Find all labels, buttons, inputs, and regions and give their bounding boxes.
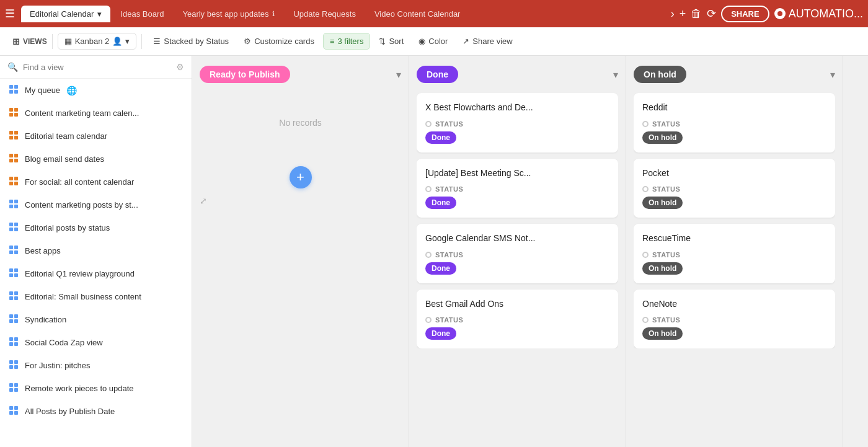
- svg-rect-37: [14, 291, 18, 295]
- svg-rect-20: [9, 200, 13, 203]
- sidebar-item-editorial-small[interactable]: Editorial: Small business content: [0, 285, 192, 308]
- kanban-column-on-hold: On hold▾RedditSTATUSOn holdPocketSTATUSO…: [626, 56, 843, 447]
- tab-editorial-calendar[interactable]: Editorial Calendar ▾: [21, 6, 110, 22]
- sort-button[interactable]: ⇅ Sort: [373, 33, 410, 49]
- tab-update-requests[interactable]: Update Requests: [285, 6, 364, 22]
- share-view-label: Share view: [472, 37, 512, 46]
- sidebar-item-label: Blog email send dates: [25, 154, 104, 164]
- sidebar-item-best-apps[interactable]: Best apps: [0, 239, 192, 262]
- search-input[interactable]: [23, 63, 171, 72]
- sidebar-item-all-posts[interactable]: All Posts by Publish Date: [0, 400, 192, 423]
- kanban-card[interactable]: X Best Flowcharts and De...STATUSDone: [417, 93, 618, 153]
- customize-label: Customize cards: [254, 37, 314, 46]
- more-tabs-icon[interactable]: ›: [671, 7, 675, 20]
- expand-icon[interactable]: ⤢: [200, 196, 401, 206]
- sidebar-item-for-justin[interactable]: For Justin: pitches: [0, 354, 192, 377]
- status-dot: [425, 317, 432, 323]
- kanban-card[interactable]: [Update] Best Meeting Sc...STATUSDone: [417, 159, 618, 218]
- stacked-by-status-button[interactable]: ☰ Stacked by Status: [147, 33, 235, 49]
- hamburger-icon[interactable]: ☰: [5, 7, 15, 20]
- svg-rect-18: [9, 182, 13, 185]
- sidebar-item-my-queue[interactable]: My queue🌐: [0, 79, 192, 102]
- svg-rect-31: [14, 250, 18, 254]
- status-badge: On hold: [642, 327, 683, 340]
- status-label: STATUS: [435, 251, 463, 259]
- kanban-card[interactable]: RescueTimeSTATUSOn hold: [634, 224, 835, 283]
- color-button[interactable]: ◉ Color: [412, 33, 454, 49]
- share-button[interactable]: SHARE: [721, 6, 769, 22]
- sidebar-item-icon: [9, 383, 19, 394]
- sidebar-item-content-marketing-team[interactable]: Content marketing team calen...: [0, 102, 192, 125]
- status-dot: [642, 317, 649, 323]
- sidebar-item-icon: [9, 291, 19, 303]
- views-label: VIEWS: [23, 37, 47, 46]
- svg-rect-48: [9, 360, 13, 364]
- sidebar-item-editorial-q1[interactable]: Editorial Q1 review playground: [0, 262, 192, 285]
- status-badge: Done: [425, 262, 456, 275]
- card-title: RescueTime: [642, 232, 826, 245]
- status-badge: On hold: [642, 197, 683, 209]
- card-status-row: STATUS: [425, 120, 609, 128]
- column-chevron-on-hold[interactable]: ▾: [830, 69, 835, 81]
- svg-rect-54: [9, 388, 13, 392]
- main-layout: 🔍 ⚙ My queue🌐 Content marketing team cal…: [0, 56, 868, 447]
- status-dot: [642, 186, 649, 192]
- sidebar-item-syndication[interactable]: Syndication: [0, 308, 192, 331]
- sidebar-item-label: Remote work pieces to update: [25, 384, 134, 393]
- history-icon[interactable]: ⟳: [707, 7, 716, 20]
- filters-label: 3 filters: [338, 37, 364, 46]
- svg-rect-10: [9, 136, 13, 139]
- sidebar-item-label: Best apps: [25, 246, 61, 255]
- settings-icon[interactable]: ⚙: [176, 62, 184, 72]
- svg-rect-40: [9, 314, 13, 318]
- add-tab-icon[interactable]: +: [680, 7, 686, 20]
- svg-rect-1: [14, 85, 18, 89]
- kanban-card[interactable]: PocketSTATUSOn hold: [634, 159, 835, 218]
- add-card-button[interactable]: +: [290, 166, 312, 188]
- sidebar-item-label: Editorial Q1 review playground: [25, 269, 135, 278]
- column-chevron-done[interactable]: ▾: [613, 69, 618, 81]
- sidebar-item-social-coda[interactable]: Social Coda Zap view: [0, 331, 192, 354]
- column-label-done[interactable]: Done: [417, 66, 458, 83]
- svg-rect-36: [9, 291, 13, 295]
- column-label-ready-to-publish[interactable]: Ready to Publish: [200, 66, 290, 83]
- svg-rect-56: [9, 406, 13, 410]
- automation-button[interactable]: AUTOMATIO...: [774, 7, 863, 20]
- svg-rect-29: [14, 246, 18, 249]
- sidebar-item-label: Editorial: Small business content: [25, 292, 141, 301]
- column-chevron-ready-to-publish[interactable]: ▾: [396, 69, 401, 81]
- kanban-view-button[interactable]: ▦ Kanban 2 👤 ▾: [58, 33, 137, 50]
- tab-ideas-board[interactable]: Ideas Board: [112, 6, 172, 22]
- share-view-button[interactable]: ↗ Share view: [456, 33, 518, 49]
- sidebar-item-editorial-posts[interactable]: Editorial posts by status: [0, 216, 192, 239]
- status-label: STATUS: [652, 316, 680, 324]
- kanban-card[interactable]: RedditSTATUSOn hold: [634, 93, 835, 153]
- svg-rect-2: [9, 90, 13, 94]
- delete-icon[interactable]: 🗑: [691, 7, 702, 20]
- color-icon: ◉: [418, 37, 425, 46]
- tab-video-content[interactable]: Video Content Calendar: [366, 6, 469, 22]
- svg-rect-7: [14, 113, 18, 117]
- share-view-icon: ↗: [463, 37, 469, 46]
- column-label-on-hold[interactable]: On hold: [634, 66, 686, 83]
- card-status-row: STATUS: [425, 251, 609, 259]
- svg-rect-12: [9, 154, 13, 157]
- sidebar-item-blog-email[interactable]: Blog email send dates: [0, 148, 192, 170]
- kanban-card[interactable]: OneNoteSTATUSOn hold: [634, 290, 835, 349]
- filters-button[interactable]: ≡ 3 filters: [323, 33, 371, 50]
- info-icon: ℹ: [272, 10, 275, 18]
- sidebar-item-icon: [9, 360, 19, 371]
- card-status-row: STATUS: [642, 120, 826, 128]
- sidebar-item-for-social[interactable]: For social: all content calendar: [0, 170, 192, 193]
- kanban-column-done: Done▾X Best Flowcharts and De...STATUSDo…: [409, 56, 626, 447]
- customize-cards-button[interactable]: ⚙ Customize cards: [237, 33, 321, 49]
- tab-yearly-best[interactable]: Yearly best app updates ℹ: [174, 6, 283, 22]
- sidebar-item-content-marketing-posts[interactable]: Content marketing posts by st...: [0, 193, 192, 216]
- sidebar-item-editorial-team[interactable]: Editorial team calendar: [0, 125, 192, 148]
- kanban-card[interactable]: Google Calendar SMS Not...STATUSDone: [417, 224, 618, 283]
- svg-rect-41: [14, 314, 18, 318]
- status-badge: Done: [425, 131, 456, 144]
- kanban-card[interactable]: Best Gmail Add OnsSTATUSDone: [417, 290, 618, 349]
- card-status-row: STATUS: [642, 185, 826, 193]
- sidebar-item-remote-work[interactable]: Remote work pieces to update: [0, 377, 192, 400]
